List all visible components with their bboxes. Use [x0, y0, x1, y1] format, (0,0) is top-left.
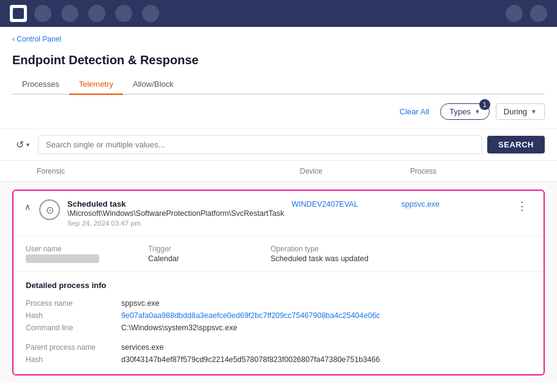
- operation-type-label: Operation type: [271, 245, 531, 253]
- parent-hash-row: Hash d30f43147b4ef87f579cd9c2214e5d57807…: [26, 353, 531, 366]
- hash-label: Hash: [26, 311, 111, 320]
- tabs-container: Processes Telemetry Allow/Block: [12, 75, 545, 95]
- nav-dot-2: [61, 5, 78, 22]
- col-header-device: Device: [300, 167, 410, 176]
- clock-icon: ⊙: [46, 204, 54, 216]
- expand-button[interactable]: ∧: [23, 201, 32, 213]
- types-label: Types: [449, 107, 471, 116]
- user-avatar[interactable]: [530, 5, 547, 22]
- tab-allowblock[interactable]: Allow/Block: [123, 75, 183, 95]
- record-type: Scheduled task: [67, 199, 284, 209]
- trigger-col: Trigger Calendar: [148, 245, 271, 263]
- user-name-blurred: [26, 254, 99, 263]
- more-options-button[interactable]: ⋮: [517, 199, 528, 213]
- nav-dot-3: [88, 5, 105, 22]
- results-area: ∧ ⊙ Scheduled task \Microsoft\Windows\So…: [0, 182, 557, 383]
- filter-bar: Clear All 1 Types ▼ During ▼: [0, 95, 557, 129]
- parent-process-name-row: Parent process name services.exe: [26, 341, 531, 353]
- trigger-value: Calendar: [148, 254, 271, 263]
- process-name-row: Process name sppsvc.exe: [26, 297, 531, 309]
- record-time: Sep 24, 2024 03:47 pm: [67, 220, 284, 227]
- process-table: Process name sppsvc.exe Hash 9e07afa0aa9…: [26, 297, 531, 366]
- during-chevron-icon: ▼: [531, 108, 537, 115]
- task-icon: ⊙: [39, 199, 60, 220]
- record-device-link[interactable]: WINDEV2407EVAL: [291, 200, 358, 209]
- operation-type-value: Scheduled task was updated: [271, 254, 531, 263]
- nav-right: [506, 5, 547, 22]
- command-line-label: Command line: [26, 324, 111, 332]
- trigger-label: Trigger: [148, 245, 271, 253]
- hash-row: Hash 9e07afa0aa988dbdd8a3eaefce0ed69f2bc…: [26, 309, 531, 322]
- user-name-value: [26, 254, 148, 263]
- settings-icon[interactable]: [506, 5, 523, 22]
- process-name-label: Process name: [26, 299, 111, 308]
- search-history-button[interactable]: ↺ ▾: [12, 136, 33, 153]
- process-section-gap: [26, 334, 531, 341]
- user-name-label: User name: [26, 245, 148, 253]
- page-header: Endpoint Detection & Response Processes …: [0, 48, 557, 95]
- types-chevron-icon: ▼: [474, 108, 480, 115]
- breadcrumb: ‹ Control Panel: [0, 27, 557, 48]
- table-header: Forensic Device Process: [0, 161, 557, 182]
- logo-inner: [13, 8, 24, 19]
- record-process-link[interactable]: sppsvc.exe: [402, 200, 440, 209]
- nav-dot-1: [34, 5, 51, 22]
- history-chevron-icon: ▾: [26, 141, 29, 148]
- search-button[interactable]: SEARCH: [487, 136, 545, 153]
- process-info-section: Detailed process info Process name sppsv…: [13, 272, 544, 374]
- nav-dots: [34, 5, 159, 22]
- record-path: \Microsoft\Windows\SoftwareProtectionPla…: [67, 209, 284, 218]
- top-navigation: [0, 0, 557, 27]
- parent-process-name-value: services.exe: [121, 343, 163, 352]
- search-input[interactable]: [38, 135, 482, 154]
- tab-processes[interactable]: Processes: [12, 75, 69, 95]
- page-title: Endpoint Detection & Response: [12, 53, 545, 67]
- record-main-row: ∧ ⊙ Scheduled task \Microsoft\Windows\So…: [13, 191, 544, 236]
- nav-dot-5: [142, 5, 159, 22]
- detail-section: User name Trigger Calendar Operation typ…: [13, 236, 544, 272]
- during-filter-button[interactable]: During ▼: [496, 103, 545, 120]
- nav-dot-4: [115, 5, 132, 22]
- types-filter-button[interactable]: 1 Types ▼: [440, 103, 490, 120]
- process-info-title: Detailed process info: [26, 281, 531, 290]
- search-bar: ↺ ▾ SEARCH: [0, 129, 557, 161]
- process-name-value: sppsvc.exe: [121, 299, 160, 308]
- record-info: Scheduled task \Microsoft\Windows\Softwa…: [67, 199, 284, 227]
- command-line-value: C:\Windows\system32\sppsvc.exe: [121, 324, 237, 332]
- breadcrumb-link[interactable]: ‹ Control Panel: [12, 35, 61, 43]
- detail-grid: User name Trigger Calendar Operation typ…: [26, 245, 531, 263]
- tab-telemetry[interactable]: Telemetry: [69, 75, 123, 95]
- col-header-actions: [520, 167, 545, 176]
- during-label: During: [504, 107, 527, 116]
- record-card: ∧ ⊙ Scheduled task \Microsoft\Windows\So…: [12, 190, 545, 375]
- parent-hash-label: Hash: [26, 355, 111, 364]
- record-process-col: sppsvc.exe: [402, 199, 504, 209]
- hash-value[interactable]: 9e07afa0aa988dbdd8a3eaefce0ed69f2bc7ff20…: [121, 311, 380, 320]
- operation-col: Operation type Scheduled task was update…: [271, 245, 531, 263]
- main-content: ‹ Control Panel Endpoint Detection & Res…: [0, 27, 557, 392]
- col-header-process: Process: [410, 167, 520, 176]
- parent-process-name-label: Parent process name: [26, 343, 111, 352]
- types-badge: 1: [479, 99, 490, 110]
- parent-hash-value: d30f43147b4ef87f579cd9c2214e5d578078f823…: [121, 355, 380, 364]
- col-header-forensic: Forensic: [37, 167, 300, 176]
- username-col: User name: [26, 245, 148, 263]
- command-line-row: Command line C:\Windows\system32\sppsvc.…: [26, 322, 531, 334]
- record-device-col: WINDEV2407EVAL: [291, 199, 394, 209]
- nav-left: [10, 5, 159, 22]
- history-icon: ↺: [16, 139, 24, 150]
- record-actions: ⋮: [511, 199, 534, 213]
- clear-all-button[interactable]: Clear All: [395, 105, 434, 119]
- collapse-icon: ∧: [24, 202, 31, 212]
- app-logo[interactable]: [10, 5, 27, 22]
